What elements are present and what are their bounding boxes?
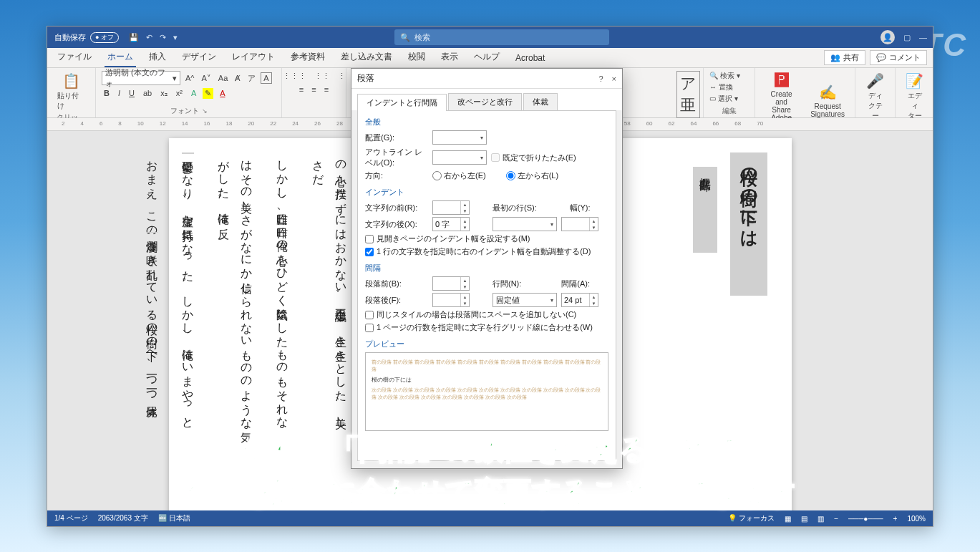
ribbon-group-font: 游明朝 (本文のフォ▾ A^ A˅ Aa A̸ ア A B I U ab x₂ … [96,68,282,117]
mirror-indent-checkbox[interactable]: 見開きページのインデント幅を設定する(M) [365,233,608,244]
ribbon-group-editor: 📝エディ ター エディター [896,68,933,117]
alignment-combo[interactable]: ▾ [432,130,487,145]
minimize-button[interactable]: — [919,33,927,42]
align-center-button[interactable]: ≡ [309,84,318,95]
caption-line-1: 先程の「間隔」の数値を変えることで [0,430,980,469]
numbering-button[interactable]: ⋮⋮ [312,71,332,82]
dialog-tab-indent[interactable]: インデントと行間隔 [357,94,447,111]
tab-design[interactable]: デザイン [179,48,219,67]
view-web-icon[interactable]: ▥ [818,515,824,523]
bold-button[interactable]: B [102,88,112,99]
font-color-button[interactable]: A [218,88,227,99]
tab-layout[interactable]: レイアウト [229,48,278,67]
dialog-help-button[interactable]: ? [598,74,603,83]
spacing-at-spin[interactable]: 24 pt▲▼ [561,293,598,307]
dialog-close-button[interactable]: × [612,74,616,83]
autosave-toggle[interactable]: 自動保存 ● オフ [54,32,119,43]
paste-button[interactable]: 📋貼り付け [53,71,89,112]
styles-icon[interactable]: ア亜 [676,71,700,118]
comments-button[interactable]: 💬コメント [870,50,927,65]
indent-width-label: 幅(Y): [570,203,591,213]
user-avatar[interactable]: 👤 [880,30,895,44]
share-button[interactable]: 👥共有 [824,50,865,65]
undo-icon[interactable]: ↶ [146,33,152,42]
ribbon-group-voice: 🎤ディクテー ション 音声 [855,68,896,117]
snap-grid-checkbox[interactable]: 1 ページの行数を指定時に文字を行グリッド線に合わせる(W) [365,322,608,333]
strike-button[interactable]: ab [141,88,154,99]
clear-format-button[interactable]: A̸ [233,73,243,84]
doc-body-line: はその美しさがなにか信じられないもののような気がした。俺は反 [212,152,258,425]
firstline-combo[interactable]: ▾ [493,217,557,231]
status-wordcount[interactable]: 2063/2063 文字 [98,513,148,523]
redo-icon[interactable]: ↷ [160,33,166,42]
zoom-out-button[interactable]: − [834,515,838,523]
tab-references[interactable]: 参考資料 [288,48,328,67]
no-same-style-checkbox[interactable]: 同じスタイルの場合は段落間にスペースを追加しない(C) [365,309,608,320]
bullets-button[interactable]: ⋮⋮⋮ [281,71,309,82]
titlebar: 自動保存 ● オフ 💾 ↶ ↷ ▾ 文書 1 - Word 🔍 検索 👤 ▢ — [47,26,933,48]
align-right-button[interactable]: ≡ [322,84,331,95]
autosave-pill: ● オフ [90,32,119,43]
tab-review[interactable]: 校閲 [405,48,428,67]
indent-after-spin[interactable]: 0 字▲▼ [432,217,470,231]
underline-button[interactable]: U [127,88,137,99]
firstline-label: 最初の行(S): [493,203,537,213]
highlight-button[interactable]: ✎ [203,88,213,99]
align-left-button[interactable]: ≡ [297,84,306,95]
spacing-before-spin[interactable]: ▲▼ [432,276,470,291]
font-launcher-icon[interactable]: ↘ [202,107,208,115]
zoom-value[interactable]: 100% [907,515,926,523]
zoom-slider[interactable]: ───●─── [848,515,883,523]
tab-acrobat[interactable]: Acrobat [513,50,548,67]
firstline-width-spin[interactable]: ▲▼ [561,217,598,231]
tab-mailings[interactable]: 差し込み文書 [338,48,395,67]
editor-button[interactable]: 📝エディ ター [901,71,928,122]
font-shrink-button[interactable]: A˅ [200,73,213,84]
tab-home[interactable]: ホーム [105,48,136,67]
tab-view[interactable]: 表示 [438,48,461,67]
ltr-radio[interactable]: 左から右(L) [506,170,558,181]
status-focus[interactable]: 💡 フォーカス [728,513,775,523]
adobe-sign-button[interactable]: ✍Request Signatures [806,82,849,120]
indent-before-spin[interactable]: ▲▼ [432,200,470,215]
ribbon-options-icon[interactable]: ▢ [903,33,911,42]
font-name-combo[interactable]: 游明朝 (本文のフォ▾ [102,71,180,85]
change-case-button[interactable]: Aa [216,73,230,83]
spacing-after-spin[interactable]: ▲▼ [432,293,470,307]
dialog-tab-pagebreak[interactable]: 改ページと改行 [448,93,522,110]
search-placeholder: 検索 [414,32,430,43]
search-box[interactable]: 🔍 検索 [394,29,609,45]
text-effects-button[interactable]: A [189,88,198,99]
tab-file[interactable]: ファイル [54,48,94,67]
multilevel-button[interactable]: ⋮ [336,71,348,82]
select-button[interactable]: ▭ 選択 ▾ [709,94,738,104]
replace-button[interactable]: ↔ 置換 [709,82,733,92]
phonetic-button[interactable]: ア [246,72,258,84]
enclose-button[interactable]: A [261,72,271,84]
save-icon[interactable]: 💾 [129,33,139,42]
status-language[interactable]: 🔤 日本語 [158,513,190,523]
ribbon-group-paragraph: ⋮⋮⋮ ⋮⋮ ⋮ ≡ ≡ ≡ [282,68,346,117]
tab-help[interactable]: ヘルプ [471,48,503,67]
fold-checkbox[interactable]: 既定で折りたたみ(E) [491,152,576,163]
dialog-tab-asian[interactable]: 体裁 [523,93,558,110]
indent-after-label: 文字列の後(X): [365,219,428,230]
zoom-in-button[interactable]: + [893,515,898,523]
qat-dropdown-icon[interactable]: ▾ [173,33,178,42]
quick-access-toolbar: 💾 ↶ ↷ ▾ [129,33,178,42]
font-grow-button[interactable]: A^ [183,73,197,83]
subscript-button[interactable]: x₂ [158,88,170,99]
status-page[interactable]: 1/4 ページ [54,513,88,523]
superscript-button[interactable]: x² [174,88,185,99]
rtl-radio[interactable]: 右から左(E) [432,170,486,181]
tab-insert[interactable]: 挿入 [146,48,169,67]
line-spacing-combo[interactable]: 固定値▾ [493,293,557,307]
italic-button[interactable]: I [116,88,122,99]
view-read-icon[interactable]: ▦ [785,515,791,523]
auto-indent-checkbox[interactable]: 1 行の文字数を指定時に右のインデント幅を自動調整する(D) [365,246,608,257]
dialog-titlebar[interactable]: 段落 ? × [351,69,622,89]
signature-icon: ✍ [819,84,837,101]
find-button[interactable]: 🔍 検索 ▾ [709,71,740,81]
view-print-icon[interactable]: ▤ [801,515,807,523]
outline-combo[interactable]: ▾ [432,150,487,165]
